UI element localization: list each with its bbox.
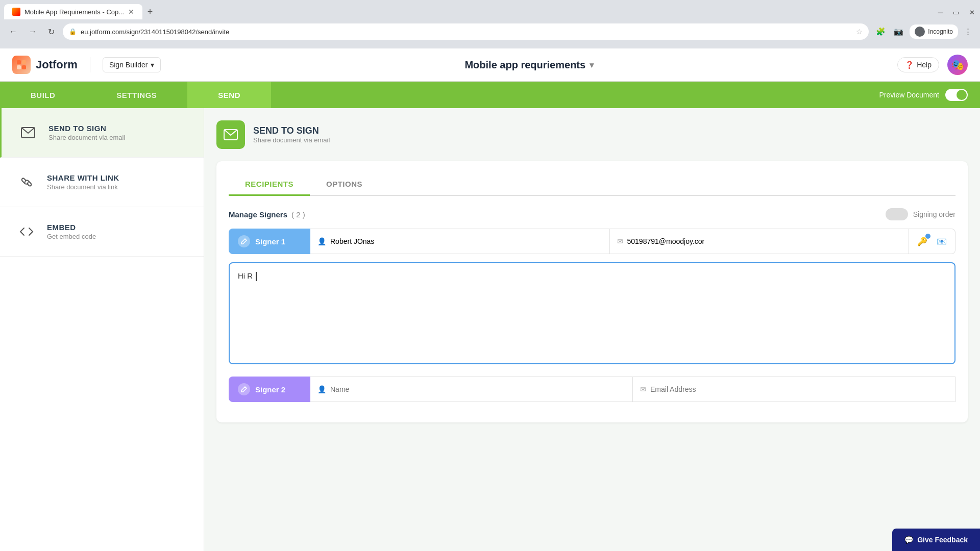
window-controls: ─ ▭ ✕ (933, 6, 980, 19)
browser-toolbar: ← → ↻ 🔒 eu.jotform.com/sign/231401150198… (0, 19, 980, 44)
svg-rect-3 (22, 65, 26, 69)
signer-1-email-input[interactable]: ✉ (610, 229, 910, 254)
email-send-icon (224, 129, 238, 141)
address-bar[interactable]: 🔒 eu.jotform.com/sign/231401150198042/se… (63, 23, 869, 40)
preview-document-label: Preview Document (879, 91, 940, 99)
signer-2-icon (238, 383, 250, 395)
forward-button[interactable]: → (26, 25, 40, 38)
menu-icon[interactable]: ⋮ (962, 25, 974, 38)
browser-tab-active[interactable]: Mobile App Requirements - Cop... ✕ (4, 4, 142, 19)
signing-order-label: Signing order (913, 210, 955, 218)
tab-recipients[interactable]: RECIPIENTS (229, 173, 310, 196)
sidebar-item-send-to-sign[interactable]: SEND TO SIGN Share document via email (0, 108, 204, 158)
signing-order: Signing order (886, 208, 955, 220)
extensions-icon[interactable]: 🧩 (874, 25, 888, 38)
tab-recipients-label: RECIPIENTS (245, 180, 293, 188)
message-box[interactable]: Hi R (229, 262, 955, 364)
incognito-label: Incognito (928, 28, 953, 35)
text-cursor (256, 272, 257, 281)
signer-2-email-field[interactable] (650, 385, 948, 393)
refresh-button[interactable]: ↻ (45, 25, 58, 39)
header-divider (90, 57, 90, 72)
nav-item-send[interactable]: SEND (187, 82, 271, 108)
close-window-button[interactable]: ✕ (964, 6, 980, 19)
camera-icon[interactable]: 📷 (892, 25, 905, 38)
code-icon (16, 221, 37, 242)
signer-1-email-action-button[interactable]: 📧 (935, 235, 949, 248)
sign-builder-label: Sign Builder (109, 61, 148, 69)
minimize-button[interactable]: ─ (933, 6, 948, 19)
address-text: eu.jotform.com/sign/231401150198042/send… (81, 28, 852, 36)
signer-1-row: Signer 1 👤 ✉ 🔑 📧 (229, 229, 955, 254)
sidebar-item-share-with-link[interactable]: SHARE WITH LINK Share document via link (0, 158, 204, 207)
sidebar: SEND TO SIGN Share document via email SH… (0, 108, 204, 551)
jotform-logo: Jotform (12, 56, 78, 74)
help-button[interactable]: ❓ Help (897, 57, 939, 72)
signer-1-label: Signer 1 (255, 237, 285, 246)
app-header: Jotform Sign Builder ▾ Mobile app requri… (0, 48, 980, 82)
send-to-sign-header: SEND TO SIGN Share document via email (216, 120, 968, 149)
preview-toggle[interactable] (945, 89, 968, 101)
nav-build-label: BUILD (31, 91, 55, 99)
tab-title: Mobile App Requirements - Cop... (24, 8, 124, 16)
link-icon (16, 172, 37, 192)
nav-item-settings[interactable]: SETTINGS (86, 82, 187, 108)
embed-title: EMBED (47, 223, 187, 232)
title-text: Mobile app requriements (464, 59, 585, 71)
avatar[interactable]: 🎭 (947, 55, 968, 75)
signer-1-name-input[interactable]: 👤 (310, 229, 610, 254)
send-to-sign-content: SEND TO SIGN Share document via email (48, 124, 187, 141)
share-with-link-title: SHARE WITH LINK (47, 173, 187, 182)
signer-2-name-field[interactable] (330, 385, 625, 393)
signer-2-row: Signer 2 👤 ✉ (229, 377, 955, 402)
browser-chrome: Mobile App Requirements - Cop... ✕ + ─ ▭… (0, 0, 980, 48)
signer-1-email-field[interactable] (627, 237, 902, 245)
logo-svg (16, 59, 27, 70)
signer-2-name-input[interactable]: 👤 (310, 377, 633, 402)
incognito-icon (915, 27, 925, 37)
sign-builder-button[interactable]: Sign Builder ▾ (103, 57, 161, 72)
send-to-sign-title: SEND TO SIGN (48, 124, 187, 133)
incognito-badge: Incognito (910, 24, 958, 39)
title-chevron-icon: ▾ (590, 60, 594, 70)
svg-rect-1 (22, 60, 26, 64)
nav-item-build[interactable]: BUILD (0, 82, 86, 108)
star-icon: ☆ (856, 28, 863, 36)
manage-signers-bar: Manage Signers ( 2 ) Signing order (229, 208, 955, 220)
back-button[interactable]: ← (6, 25, 20, 38)
feedback-icon: 💬 (904, 536, 913, 544)
share-with-link-desc: Share document via link (47, 183, 187, 191)
tab-close-button[interactable]: ✕ (128, 8, 134, 16)
sidebar-item-embed[interactable]: EMBED Get embed code (0, 207, 204, 257)
person-icon: 👤 (317, 237, 326, 245)
logo-icon (12, 56, 31, 74)
signer-1-action-dot (925, 234, 930, 239)
nav-bar: BUILD SETTINGS SEND Preview Document (0, 82, 980, 108)
help-circle-icon: ❓ (905, 61, 914, 69)
signer-2-label: Signer 2 (255, 385, 285, 394)
new-tab-button[interactable]: + (142, 4, 158, 19)
tabs: RECIPIENTS OPTIONS (229, 173, 955, 196)
tab-options[interactable]: OPTIONS (310, 173, 379, 195)
svg-rect-0 (17, 60, 21, 64)
tab-favicon (12, 8, 20, 16)
signer-1-actions: 🔑 📧 (909, 229, 955, 254)
send-to-sign-panel-text: SEND TO SIGN Share document via email (253, 126, 330, 144)
email-icon-signer: ✉ (617, 237, 623, 245)
email-icon (18, 122, 38, 143)
signer-1-name-field[interactable] (330, 237, 602, 245)
send-to-sign-panel-icon (216, 120, 245, 149)
manage-signers-left: Manage Signers ( 2 ) (229, 210, 305, 219)
signer-2-email-input[interactable]: ✉ (633, 377, 955, 402)
send-to-sign-desc: Share document via email (48, 134, 187, 141)
nav-send-label: SEND (218, 91, 240, 99)
help-label: Help (917, 61, 932, 69)
avatar-image: 🎭 (951, 59, 964, 71)
signer-2-button[interactable]: Signer 2 (229, 377, 310, 402)
signing-order-toggle[interactable] (886, 208, 908, 220)
send-to-sign-panel-title: SEND TO SIGN (253, 126, 330, 136)
maximize-button[interactable]: ▭ (948, 6, 964, 19)
logo-text: Jotform (36, 58, 78, 71)
signer-1-button[interactable]: Signer 1 (229, 229, 310, 254)
give-feedback-button[interactable]: 💬 Give Feedback (892, 529, 980, 551)
